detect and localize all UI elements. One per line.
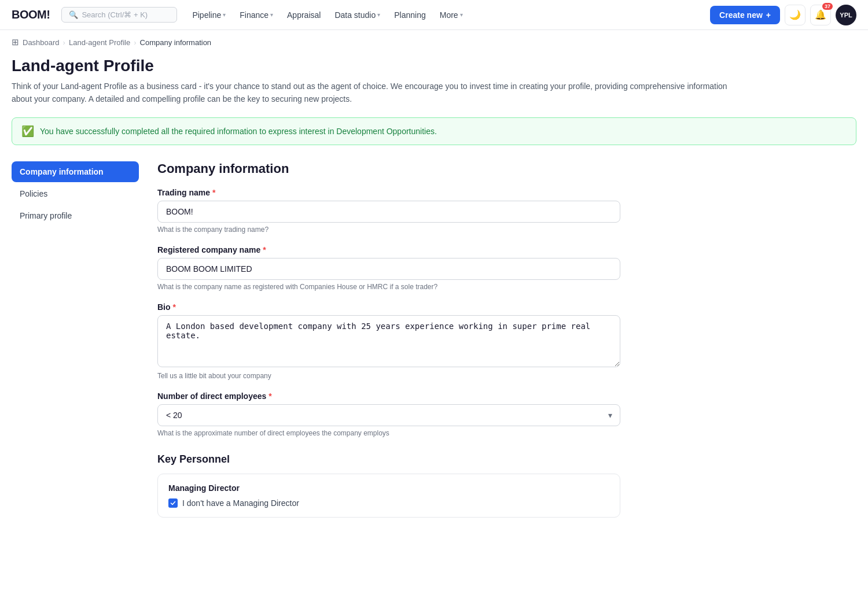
bell-icon: 🔔 [815,9,826,20]
employees-hint: What is the approximate number of direct… [157,429,620,437]
required-indicator: * [269,391,271,401]
breadcrumb-land-agent-profile[interactable]: Land-agent Profile [69,38,130,47]
avatar[interactable]: YPL [836,5,856,25]
nav-planning[interactable]: Planning [388,7,432,23]
breadcrumb-current: Company information [140,38,212,47]
check-circle-icon: ✅ [21,125,34,138]
managing-director-checkbox-row: I don't have a Managing Director [168,498,609,508]
key-personnel-title: Key Personnel [157,453,620,466]
form-area: Company information Trading name * What … [157,161,620,529]
nav-pipeline[interactable]: Pipeline ▾ [186,7,231,23]
breadcrumb-separator: › [63,38,65,47]
nav-appraisal[interactable]: Appraisal [281,7,326,23]
managing-director-card: Managing Director I don't have a Managin… [157,474,620,518]
key-personnel-section: Key Personnel Managing Director I don't … [157,453,620,518]
registered-company-name-input[interactable] [157,258,620,280]
trading-name-hint: What is the company trading name? [157,226,620,234]
registered-company-name-field: Registered company name * What is the co… [157,245,620,291]
bio-hint: Tell us a little bit about your company [157,372,620,380]
page-description: Think of your Land-agent Profile as a bu… [12,80,741,106]
notification-count: 37 [822,3,833,10]
employees-field: Number of direct employees * < 20 20-50 … [157,391,620,437]
page-header: Land-agent Profile Think of your Land-ag… [0,50,868,110]
managing-director-role: Managing Director [168,483,609,493]
breadcrumb-dashboard[interactable]: Dashboard [23,38,60,47]
sidebar-item-company-information[interactable]: Company information [12,161,139,182]
employees-select-wrapper: < 20 20-50 50-100 100-500 500+ ▾ [157,404,620,426]
breadcrumb: ⊞ Dashboard › Land-agent Profile › Compa… [0,30,868,50]
chevron-down-icon: ▾ [460,12,463,18]
moon-icon: 🌙 [789,9,801,20]
success-banner: ✅ You have successfully completed all th… [12,117,856,145]
sidebar: Company information Policies Primary pro… [12,161,139,529]
trading-name-label: Trading name * [157,188,620,197]
bio-label: Bio * [157,302,620,312]
trading-name-input[interactable] [157,201,620,223]
search-bar[interactable]: 🔍 Search (Ctrl/⌘ + K) [61,7,177,23]
theme-toggle-button[interactable]: 🌙 [785,5,806,25]
employees-label: Number of direct employees * [157,391,620,401]
required-indicator: * [173,302,176,312]
notifications-button[interactable]: 🔔 37 [810,5,831,25]
managing-director-checkbox-label: I don't have a Managing Director [182,498,299,508]
managing-director-checkbox[interactable] [168,498,178,508]
bio-field: Bio * A London based development company… [157,302,620,380]
nav-finance[interactable]: Finance ▾ [234,7,279,23]
sidebar-item-policies[interactable]: Policies [12,183,139,204]
chevron-down-icon: ▾ [270,12,273,18]
main-content: Company information Policies Primary pro… [0,152,868,538]
form-section-title: Company information [157,161,620,176]
dashboard-grid-icon: ⊞ [12,37,19,47]
logo[interactable]: BOOM! [12,8,50,21]
page-title: Land-agent Profile [12,57,856,75]
registered-company-name-hint: What is the company name as registered w… [157,283,620,291]
bio-input[interactable]: A London based development company with … [157,315,620,367]
plus-icon: + [766,10,771,20]
navbar: BOOM! 🔍 Search (Ctrl/⌘ + K) Pipeline ▾ F… [0,0,868,30]
registered-company-name-label: Registered company name * [157,245,620,254]
trading-name-field: Trading name * What is the company tradi… [157,188,620,234]
chevron-down-icon: ▾ [377,12,380,18]
search-icon: 🔍 [69,10,78,19]
success-text: You have successfully completed all the … [40,127,437,136]
chevron-down-icon: ▾ [223,12,226,18]
nav-actions: Create new + 🌙 🔔 37 YPL [710,5,856,25]
nav-more[interactable]: More ▾ [434,7,469,23]
nav-items: Pipeline ▾ Finance ▾ Appraisal Data stud… [186,7,705,23]
nav-data-studio[interactable]: Data studio ▾ [329,7,386,23]
sidebar-item-primary-profile[interactable]: Primary profile [12,205,139,226]
employees-select[interactable]: < 20 20-50 50-100 100-500 500+ [157,404,620,426]
required-indicator: * [212,188,215,197]
required-indicator: * [263,245,266,254]
breadcrumb-separator: › [134,38,136,47]
search-placeholder: Search (Ctrl/⌘ + K) [82,10,148,19]
create-new-button[interactable]: Create new + [710,6,780,24]
